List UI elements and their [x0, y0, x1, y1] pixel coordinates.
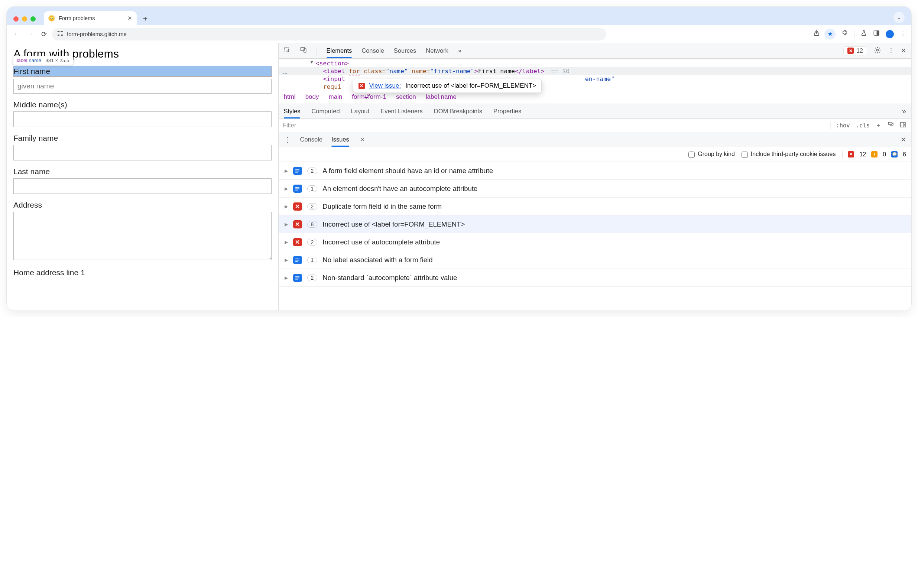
error-count-pill[interactable]: ✕ 12: [843, 47, 867, 55]
minimize-window-icon[interactable]: [22, 16, 27, 21]
computed-pane-icon[interactable]: [900, 121, 906, 129]
drawer-tab-close-icon[interactable]: ✕: [360, 137, 365, 143]
selected-dom-node[interactable]: <label for class="name" name="first-name…: [279, 67, 912, 75]
crumb[interactable]: main: [329, 93, 343, 101]
drawer-menu-icon[interactable]: ⋮: [284, 135, 291, 144]
forward-button[interactable]: →: [25, 30, 36, 38]
tab-close-icon[interactable]: ✕: [128, 15, 132, 21]
tab-event-listeners[interactable]: Event Listeners: [380, 108, 423, 115]
expand-icon[interactable]: ▶: [284, 204, 288, 209]
browser-tab[interactable]: 😳 Form problems ✕: [44, 11, 137, 25]
hov-toggle[interactable]: :hov: [836, 122, 850, 129]
crumb[interactable]: html: [284, 93, 296, 101]
input-last-name[interactable]: [13, 178, 272, 194]
tab-strip: 😳 Form problems ✕ ＋ ⌄: [7, 7, 911, 25]
extensions-icon[interactable]: [842, 30, 848, 38]
tabs-dropdown-icon[interactable]: ⌄: [894, 12, 905, 23]
label-address: Address: [13, 200, 272, 210]
drawer-tab-issues[interactable]: Issues: [331, 136, 349, 143]
issue-row[interactable]: ▶1An element doesn't have an autocomplet…: [279, 180, 912, 198]
cls-toggle[interactable]: .cls: [856, 122, 870, 129]
back-button[interactable]: ←: [12, 30, 22, 38]
issue-count: 2: [307, 275, 318, 281]
paint-icon[interactable]: [887, 121, 894, 129]
labs-icon[interactable]: [860, 30, 867, 38]
gutter-more-icon[interactable]: ⋯: [283, 69, 288, 78]
group-by-kind-checkbox[interactable]: Group by kind: [688, 151, 735, 157]
issue-popover-text: Incorrect use of <label for=FORM_ELEMENT…: [405, 82, 536, 89]
input-address[interactable]: [13, 212, 272, 260]
styles-toolbar: Filter :hov .cls ＋: [279, 119, 912, 132]
issue-row[interactable]: ▶2Non-standard `autocomplete` attribute …: [279, 269, 912, 287]
tab-network[interactable]: Network: [426, 47, 448, 54]
devtools-drawer: ⋮ Console Issues ✕ ✕ Group by kind Inclu…: [279, 132, 912, 310]
inspect-icon[interactable]: [284, 47, 291, 55]
bookmark-star-icon[interactable]: ★: [824, 29, 836, 40]
svg-rect-27: [295, 279, 298, 280]
svg-point-13: [877, 49, 879, 51]
tab-styles[interactable]: Styles: [284, 108, 301, 115]
styles-filter-input[interactable]: Filter: [279, 122, 831, 129]
device-toggle-icon[interactable]: [300, 47, 307, 55]
issue-row[interactable]: ▶2Incorrect use of autocomplete attribut…: [279, 233, 912, 251]
view-issue-link[interactable]: View issue:: [369, 82, 401, 89]
new-tab-button[interactable]: ＋: [139, 12, 152, 24]
input-family-name[interactable]: [13, 145, 272, 160]
drawer-close-icon[interactable]: ✕: [900, 136, 906, 144]
tab-layout[interactable]: Layout: [351, 108, 370, 115]
crumb[interactable]: body: [305, 93, 319, 101]
maximize-window-icon[interactable]: [31, 16, 36, 21]
label-family-name: Family name: [13, 134, 272, 143]
crumb[interactable]: label.name: [426, 93, 457, 101]
tab-title: Form problems: [59, 15, 95, 21]
tabs-overflow-icon[interactable]: »: [458, 47, 461, 54]
drawer-tab-console[interactable]: Console: [300, 136, 323, 143]
tab-properties[interactable]: Properties: [493, 108, 521, 115]
count-info: 6: [903, 151, 906, 158]
issue-row[interactable]: ▶2A form field element should have an id…: [279, 162, 912, 180]
browser-window: 😳 Form problems ✕ ＋ ⌄ ← → ⟳ form-problem…: [7, 7, 911, 310]
input-first-name[interactable]: [13, 79, 272, 94]
tab-computed[interactable]: Computed: [311, 108, 339, 115]
address-bar[interactable]: form-problems.glitch.me: [52, 28, 606, 40]
crumb[interactable]: form#form-1: [352, 93, 386, 101]
third-party-checkbox[interactable]: Include third-party cookie issues: [742, 151, 836, 157]
elements-dom-tree[interactable]: ▼ ⋯ <section> <label for class="name" na…: [279, 59, 912, 90]
tab-dom-breakpoints[interactable]: DOM Breakpoints: [434, 108, 482, 115]
issue-row[interactable]: ▶8Incorrect use of <label for=FORM_ELEME…: [279, 215, 912, 233]
tab-console[interactable]: Console: [362, 47, 384, 54]
issue-count: 2: [307, 239, 318, 246]
expand-caret-icon[interactable]: ▼: [310, 60, 313, 65]
styles-overflow-icon[interactable]: »: [902, 107, 906, 116]
tab-sources[interactable]: Sources: [394, 47, 417, 54]
svg-rect-18: [295, 172, 298, 173]
expand-icon[interactable]: ▶: [284, 222, 288, 227]
profile-avatar-icon[interactable]: [886, 30, 894, 38]
info-bubble-icon: [293, 184, 302, 193]
close-window-icon[interactable]: [13, 16, 19, 21]
gear-icon[interactable]: [874, 47, 881, 55]
panel-icon[interactable]: [873, 30, 880, 38]
crumb[interactable]: section: [396, 93, 416, 101]
issue-row[interactable]: ▶2Duplicate form field id in the same fo…: [279, 198, 912, 215]
count-errors: 12: [859, 151, 866, 158]
chrome-menu-icon[interactable]: ⋮: [900, 30, 906, 38]
input-middle-name[interactable]: [13, 111, 272, 127]
devtools-close-icon[interactable]: ✕: [901, 47, 906, 54]
issue-row[interactable]: ▶1No label associated with a form field: [279, 251, 912, 269]
svg-rect-16: [295, 170, 299, 170]
expand-icon[interactable]: ▶: [284, 168, 288, 173]
tab-elements[interactable]: Elements: [326, 47, 352, 54]
expand-icon[interactable]: ▶: [284, 239, 288, 245]
expand-icon[interactable]: ▶: [284, 186, 288, 191]
label-first-name: First name: [13, 66, 272, 76]
new-style-icon[interactable]: ＋: [876, 121, 882, 129]
issue-count: 8: [307, 221, 318, 228]
site-settings-icon[interactable]: [57, 31, 63, 37]
share-icon[interactable]: [813, 30, 820, 38]
reload-button[interactable]: ⟳: [39, 30, 49, 38]
devtools-menu-icon[interactable]: ⋮: [888, 47, 894, 54]
expand-icon[interactable]: ▶: [284, 275, 288, 280]
svg-rect-25: [295, 276, 299, 277]
expand-icon[interactable]: ▶: [284, 257, 288, 263]
